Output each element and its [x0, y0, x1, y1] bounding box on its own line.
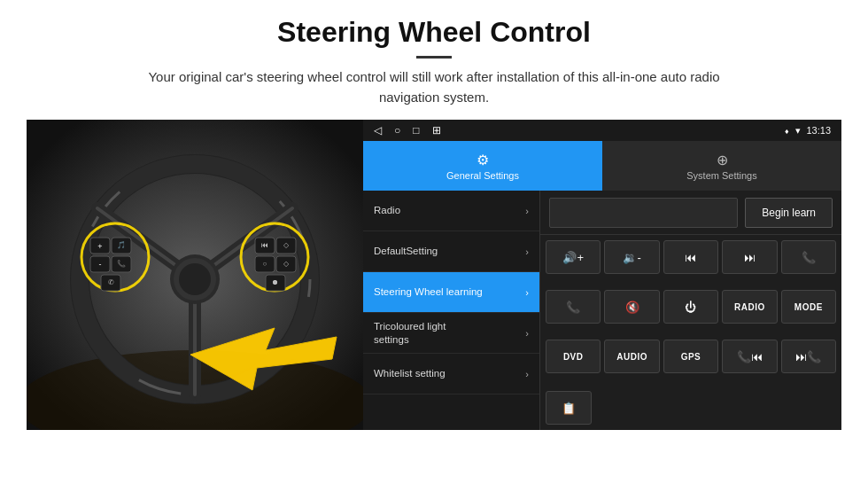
phone-prev-button[interactable]: 📞⏮ [722, 340, 777, 373]
svg-text:◇: ◇ [283, 260, 290, 268]
left-menu: Radio › DefaultSetting › Steering Wheel … [363, 191, 540, 430]
svg-point-14 [179, 263, 211, 295]
main-content: Radio › DefaultSetting › Steering Wheel … [363, 191, 841, 430]
bottom-row: 📋 [540, 391, 841, 430]
menu-item-whitelist[interactable]: Whitelist setting › [363, 354, 539, 395]
time-display: 13:13 [806, 125, 831, 136]
subtitle-text: Your original car's steering wheel contr… [124, 67, 744, 107]
menu-radio-label: Radio [374, 204, 400, 217]
begin-learn-button[interactable]: Begin learn [745, 198, 833, 228]
gps-button[interactable]: GPS [663, 340, 718, 373]
wifi-icon: ▾ [795, 125, 801, 137]
menu-item-radio[interactable]: Radio › [363, 191, 539, 231]
title-divider [416, 56, 452, 59]
menu-item-default-setting[interactable]: DefaultSetting › [363, 231, 539, 272]
svg-text:⏮: ⏮ [261, 241, 268, 249]
status-bar: ⬧ ▾ 13:13 [784, 125, 831, 137]
nav-icons: ◁ ○ □ ⊞ [374, 124, 441, 137]
dvd-label: DVD [563, 352, 584, 362]
system-settings-icon: ⊕ [717, 152, 728, 168]
mode-button[interactable]: MODE [781, 290, 836, 324]
svg-text:◇: ◇ [283, 241, 290, 249]
recent-nav-icon[interactable]: □ [413, 124, 419, 137]
mode-label: MODE [794, 302, 823, 312]
list-icon: 📋 [562, 402, 576, 415]
answer-icon: 📞 [566, 301, 580, 314]
radio-label: RADIO [734, 302, 765, 312]
control-grid: 🔊+ 🔉- ⏮ ⏭ 📞 [540, 235, 841, 391]
audio-label: AUDIO [616, 352, 647, 362]
answer-call-button[interactable]: 📞 [546, 290, 601, 324]
prev-track-button[interactable]: ⏮ [663, 240, 718, 274]
vol-down-button[interactable]: 🔉- [604, 240, 659, 274]
vol-down-icon: 🔉- [623, 251, 640, 264]
svg-text:-: - [99, 260, 102, 269]
phone-next-button[interactable]: ⏭📞 [781, 340, 836, 373]
tab-system-settings[interactable]: ⊕ System Settings [602, 141, 841, 191]
svg-text:○: ○ [263, 260, 267, 268]
input-display-box [549, 198, 738, 228]
menu-whitelist-label: Whitelist setting [374, 367, 446, 380]
gps-label: GPS [681, 352, 701, 362]
menu-default-label: DefaultSetting [374, 245, 438, 258]
phone-button[interactable]: 📞 [781, 240, 836, 274]
next-track-icon: ⏭ [744, 251, 756, 264]
vol-up-icon: 🔊+ [562, 251, 584, 264]
prev-track-icon: ⏮ [685, 251, 696, 264]
page-container: Steering Wheel Control Your original car… [0, 0, 868, 439]
tab-general-settings[interactable]: ⚙ General Settings [363, 141, 602, 191]
home-nav-icon[interactable]: ○ [394, 124, 400, 137]
location-icon: ⬧ [784, 125, 790, 136]
steering-wheel-svg: + 🎵 - 📞 ✆ ⏮ ◇ ○ ◇ [27, 120, 363, 430]
menu-tricoloured-chevron: › [525, 328, 529, 339]
svg-text:🎵: 🎵 [117, 240, 126, 249]
back-nav-icon[interactable]: ◁ [374, 124, 382, 137]
tab-general-label: General Settings [446, 170, 519, 181]
next-track-button[interactable]: ⏭ [722, 240, 777, 274]
android-ui: ◁ ○ □ ⊞ ⬧ ▾ 13:13 ⚙ General Settings [363, 120, 841, 430]
audio-button[interactable]: AUDIO [604, 340, 659, 373]
general-settings-icon: ⚙ [477, 152, 489, 168]
grid-nav-icon[interactable]: ⊞ [432, 124, 441, 137]
power-icon: ⏻ [685, 301, 696, 314]
menu-steering-label: Steering Wheel learning [374, 285, 483, 299]
svg-text:✆: ✆ [108, 278, 114, 286]
phone-prev-icon: 📞⏮ [737, 350, 763, 363]
menu-item-steering-wheel[interactable]: Steering Wheel learning › [363, 272, 539, 313]
vol-up-button[interactable]: 🔊+ [546, 240, 601, 274]
android-top-bar: ◁ ○ □ ⊞ ⬧ ▾ 13:13 [363, 120, 841, 141]
tab-system-label: System Settings [686, 170, 756, 181]
menu-default-chevron: › [525, 246, 529, 257]
phone-icon: 📞 [802, 251, 816, 264]
menu-steering-chevron: › [525, 287, 529, 298]
phone-next-icon: ⏭📞 [795, 350, 821, 363]
radio-button[interactable]: RADIO [722, 290, 777, 324]
dvd-button[interactable]: DVD [546, 340, 601, 373]
right-panel: Begin learn 🔊+ 🔉- ⏮ [540, 191, 841, 430]
mute-icon: 🔇 [625, 301, 639, 314]
page-title: Steering Wheel Control [27, 16, 841, 49]
list-button[interactable]: 📋 [546, 391, 592, 425]
title-section: Steering Wheel Control Your original car… [27, 16, 841, 107]
menu-whitelist-chevron: › [525, 369, 529, 379]
car-image-section: + 🎵 - 📞 ✆ ⏮ ◇ ○ ◇ [27, 120, 363, 430]
top-controls: Begin learn [540, 191, 841, 235]
menu-item-tricoloured[interactable]: Tricoloured lightsettings › [363, 313, 539, 354]
mute-button[interactable]: 🔇 [604, 290, 659, 324]
tab-bar: ⚙ General Settings ⊕ System Settings [363, 141, 841, 191]
svg-text:⏺: ⏺ [272, 278, 279, 286]
menu-radio-chevron: › [525, 206, 529, 216]
content-row: + 🎵 - 📞 ✆ ⏮ ◇ ○ ◇ [27, 120, 841, 430]
power-button[interactable]: ⏻ [663, 290, 718, 324]
svg-text:+: + [97, 242, 102, 251]
menu-tricoloured-label: Tricoloured lightsettings [374, 320, 446, 347]
svg-text:📞: 📞 [117, 259, 126, 268]
